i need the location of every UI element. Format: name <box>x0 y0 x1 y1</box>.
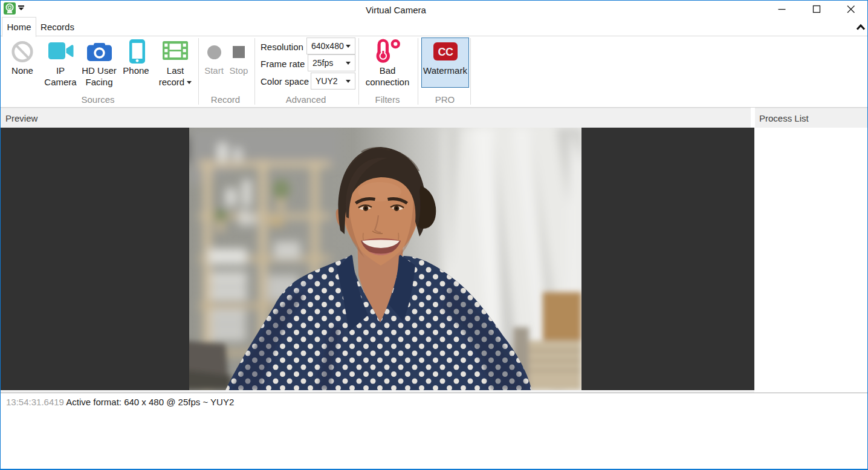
svg-text:CC: CC <box>438 46 453 58</box>
